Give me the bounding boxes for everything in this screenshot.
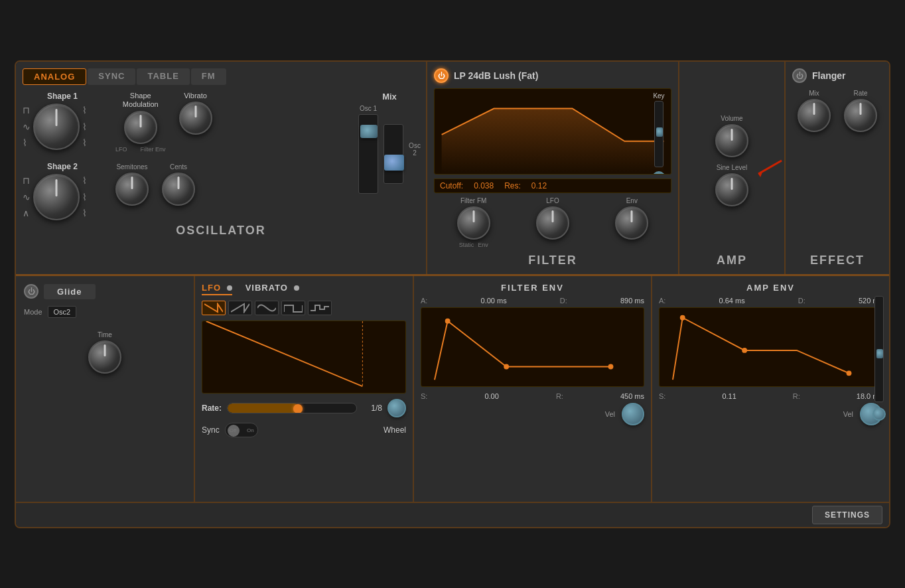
wave-sym12: ⌇	[82, 208, 87, 218]
osc2-label: Osc 2	[409, 142, 421, 157]
lfo-shape-saw-up[interactable]	[228, 301, 252, 315]
filter-env-d-val: 890 ms	[620, 297, 644, 305]
effect-power-btn[interactable]: ⏻	[792, 68, 807, 83]
lfo-shape-square[interactable]	[281, 301, 305, 315]
filter-env-params-bottom: S: 0.00 R: 450 ms	[421, 392, 644, 400]
filter-env-sublabel: Filter Env	[141, 146, 166, 153]
sync-toggle[interactable]: Off On	[225, 423, 258, 437]
shape2-label: Shape 2	[23, 162, 102, 171]
osc1-slider[interactable]	[358, 114, 378, 194]
amp-env-side-controls	[872, 296, 886, 421]
filter-env-r-label: R:	[556, 392, 563, 400]
rate-label: Rate:	[202, 404, 222, 413]
amp-env-params-top: A: 0.64 ms D: 520 ms	[659, 297, 882, 305]
mix-big-slider[interactable]	[383, 124, 403, 184]
filter-fm-knob[interactable]	[457, 206, 490, 240]
amp-env-vel-label: Vel	[843, 410, 853, 418]
shape1-knob[interactable]	[33, 104, 80, 150]
filter-env-a-label: A:	[421, 297, 427, 305]
tab-fm[interactable]: FM	[191, 68, 226, 85]
filter-env-title: FILTER ENV	[421, 283, 644, 293]
filter-env-bottom-row: Vel	[421, 403, 644, 425]
filter-title: LP 24dB Lush (Fat)	[454, 70, 538, 81]
lfo-shape-saw-down[interactable]	[202, 301, 226, 315]
effect-content: Mix Rate	[792, 90, 882, 254]
settings-button[interactable]: SETTINGS	[812, 506, 882, 524]
sine-level-knob[interactable]	[715, 173, 748, 206]
filter-key-knob[interactable]	[652, 171, 665, 175]
wave-sym1: ⊓	[23, 105, 31, 115]
filter-env-d-label: D:	[560, 297, 567, 305]
filter-knobs: Filter FM Static Env LFO Env	[434, 197, 671, 248]
effect-rate-knob[interactable]	[844, 99, 877, 132]
glide-panel: ⏻ Glide Mode Osc2 Time	[16, 276, 195, 502]
synth-main: ANALOG SYNC TABLE FM Shape 1 ⊓ ∿ ⌇	[15, 60, 890, 528]
tab-lfo[interactable]: LFO	[202, 283, 232, 295]
vibrato-label: Vibrato	[184, 92, 207, 100]
semitones-label: Semitones	[116, 163, 147, 171]
vibrato-indicator	[294, 285, 299, 291]
cutoff-label: Cutoff:	[440, 181, 463, 190]
amp-section-label: AMP	[717, 254, 747, 267]
filter-power-btn[interactable]: ⏻	[434, 68, 449, 83]
glide-power-btn[interactable]: ⏻	[24, 284, 38, 299]
rate-val: 1/8	[362, 404, 382, 413]
rate-slider[interactable]	[227, 403, 357, 413]
amp-env-slider[interactable]	[874, 296, 884, 402]
oscillator-panel: ANALOG SYNC TABLE FM Shape 1 ⊓ ∿ ⌇	[16, 62, 427, 274]
wave-sym2: ∿	[23, 121, 31, 132]
lfo-sublabel: LFO	[115, 146, 127, 153]
osc1-label: Osc 1	[360, 105, 377, 112]
osc-tabs: ANALOG SYNC TABLE FM	[23, 68, 419, 85]
svg-point-9	[847, 370, 852, 376]
wave-sym3: ⌇	[23, 137, 31, 148]
tab-table[interactable]: TABLE	[137, 68, 189, 85]
volume-knob[interactable]	[715, 124, 748, 157]
vibrato-knob[interactable]	[179, 102, 212, 135]
shape2-knob[interactable]	[33, 174, 80, 220]
filter-section-label: FILTER	[434, 254, 671, 267]
filter-lfo-group: LFO	[536, 197, 569, 248]
cents-knob[interactable]	[162, 173, 195, 206]
shape-mod-knob[interactable]	[124, 111, 157, 144]
amp-env-title: AMP ENV	[659, 283, 882, 293]
tab-vibrato[interactable]: VIBRATO	[245, 283, 299, 295]
effect-section-label: EFFECT	[810, 254, 865, 267]
amp-env-knob[interactable]	[872, 407, 886, 421]
volume-label: Volume	[721, 115, 742, 122]
amp-panel: Volume Sine Level AMP	[679, 62, 786, 274]
filter-env-params-top: A: 0.00 ms D: 890 ms	[421, 297, 644, 305]
tab-sync[interactable]: SYNC	[88, 68, 135, 85]
filter-env-knob[interactable]	[615, 206, 648, 240]
svg-point-5	[504, 364, 509, 369]
osc-content: Shape 1 ⊓ ∿ ⌇ ⌇ ⌇ ⌇	[23, 92, 419, 220]
osc-section-label: OSCILLATOR	[23, 224, 419, 238]
glide-mode-val[interactable]: Osc2	[48, 306, 77, 318]
red-arrow	[748, 157, 785, 183]
filter-env-vel-knob[interactable]	[622, 403, 644, 425]
wheel-label: Wheel	[383, 425, 406, 435]
filter-env-panel: FILTER ENV A: 0.00 ms D: 890 ms S: 0.00 …	[414, 276, 652, 502]
effect-rate-label: Rate	[853, 90, 867, 97]
glide-header: ⏻ Glide	[24, 284, 186, 299]
tab-analog[interactable]: ANALOG	[23, 68, 86, 85]
filter-env-label: Env	[626, 197, 638, 204]
effect-mix-knob[interactable]	[798, 99, 831, 132]
sine-level-group: Sine Level	[715, 164, 748, 206]
filter-key-slider[interactable]	[654, 101, 663, 167]
filter-lfo-knob[interactable]	[536, 206, 569, 240]
amp-env-r-label: R:	[793, 392, 800, 400]
effect-knobs-row: Mix Rate	[798, 90, 877, 132]
shape-mod-label: ShapeModulation	[123, 92, 159, 109]
lfo-rate-knob-btn[interactable]	[387, 399, 406, 417]
wave-sym9: ∧	[23, 208, 31, 218]
amp-env-panel: AMP ENV A: 0.64 ms D: 520 ms S: 0.11 R:	[652, 276, 889, 502]
svg-point-6	[608, 364, 614, 369]
semitones-knob[interactable]	[115, 173, 149, 206]
filter-display: Key	[434, 88, 671, 175]
svg-line-2	[206, 321, 363, 386]
effect-mix-label: Mix	[809, 90, 819, 97]
lfo-shape-sine[interactable]	[255, 301, 279, 315]
lfo-shape-random[interactable]	[308, 301, 332, 315]
glide-time-knob[interactable]	[88, 340, 121, 374]
